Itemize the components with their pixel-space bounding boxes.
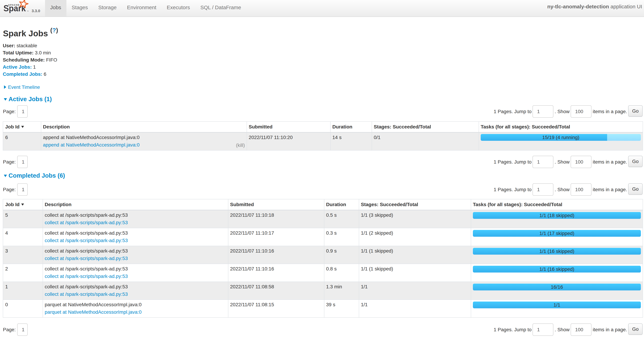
- svg-text:™: ™: [27, 10, 29, 12]
